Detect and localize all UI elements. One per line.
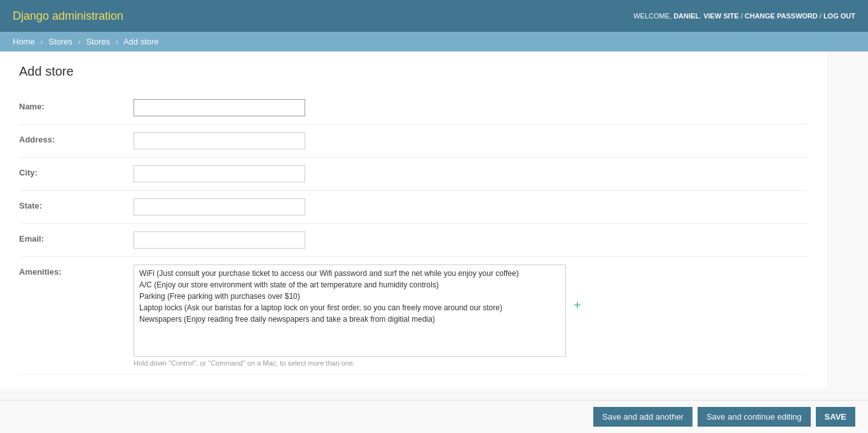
add-amenity-button[interactable]: + [571,296,584,314]
view-site-link[interactable]: VIEW SITE [703,12,739,20]
breadcrumb-stores-model[interactable]: Stores [86,37,110,46]
amenities-label: Amenities: [19,265,134,277]
email-label: Email: [19,231,134,244]
state-label: State: [19,198,134,210]
name-field-wrapper [134,99,808,116]
breadcrumb-sep-3: › [116,37,118,46]
state-input[interactable] [134,198,305,216]
address-label: Address: [19,132,134,144]
log-out-link[interactable]: LOG OUT [823,12,855,20]
city-row: City: [19,158,808,191]
breadcrumb-current: Add store [123,37,159,46]
breadcrumb: Home › Stores › Stores › Add store [0,32,868,52]
city-field-wrapper [134,165,808,182]
breadcrumb-sep-2: › [78,37,80,46]
welcome-text: WELCOME, [633,12,672,20]
email-field-wrapper [134,231,808,249]
city-input[interactable] [134,165,305,182]
name-input[interactable] [134,99,305,116]
state-row: State: [19,191,808,224]
breadcrumb-stores-app[interactable]: Stores [48,37,72,46]
email-input[interactable] [134,231,305,249]
user-tools: WELCOME, DANIEL. VIEW SITE / CHANGE PASS… [633,12,855,20]
amenities-select[interactable]: WiFi (Just consult your purchase ticket … [134,265,566,357]
email-row: Email: [19,224,808,257]
header: Django administration WELCOME, DANIEL. V… [0,0,868,32]
breadcrumb-sep-1: › [40,37,43,46]
amenities-field-wrapper: WiFi (Just consult your purchase ticket … [134,265,584,367]
amenities-help-text: Hold down "Control", or "Command" on a M… [134,359,584,367]
address-row: Address: [19,125,808,158]
add-store-form: Name: Address: City: State: [19,92,808,375]
address-input[interactable] [134,132,305,149]
address-field-wrapper [134,132,808,149]
amenities-select-wrapper: WiFi (Just consult your purchase ticket … [134,265,584,357]
page-title: Add store [19,64,808,79]
breadcrumb-home[interactable]: Home [13,37,35,46]
brand-link[interactable]: Django administration [13,10,123,23]
state-field-wrapper [134,198,808,216]
change-password-link[interactable]: CHANGE PASSWORD [745,12,818,20]
name-label: Name: [19,99,134,111]
amenities-row: Amenities: WiFi (Just consult your purch… [19,257,808,375]
city-label: City: [19,165,134,177]
brand-text: Django administration [13,10,123,22]
main-content: Add store Name: Address: City: State: [0,52,827,388]
name-row: Name: [19,92,808,125]
username: DANIEL [673,12,699,20]
